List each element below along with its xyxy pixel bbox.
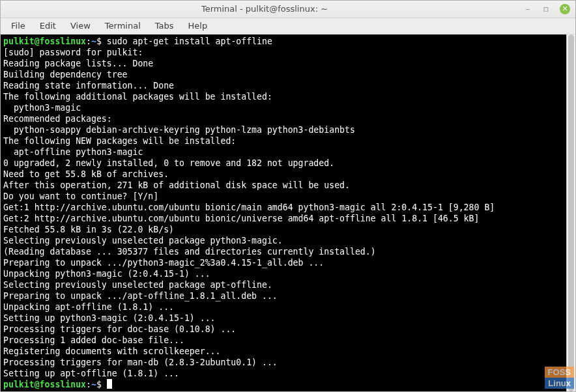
terminal-line: Reading package lists... Done <box>3 58 564 69</box>
terminal-line: Preparing to unpack .../apt-offline_1.8.… <box>3 290 564 301</box>
menu-help[interactable]: Help <box>182 19 214 33</box>
terminal-line: Preparing to unpack .../python3-magic_2%… <box>3 257 564 268</box>
terminal-line: Selecting previously unselected package … <box>3 235 564 246</box>
terminal-line: Fetched 55.8 kB in 3s (22.0 kB/s) <box>3 224 564 235</box>
terminal-line: python3-magic <box>3 102 564 113</box>
command-text: sudo apt-get install apt-offline <box>107 36 272 46</box>
terminal-line: Registering documents with scrollkeeper.… <box>3 346 564 357</box>
terminal-line: The following NEW packages will be insta… <box>3 135 564 147</box>
terminal-line: Unpacking apt-offline (1.8.1) ... <box>3 301 564 313</box>
prompt-path: ~ <box>91 36 96 46</box>
prompt-user-host: pulkit@fosslinux <box>3 380 86 389</box>
window-controls: – ▫ ✕ <box>523 4 570 14</box>
terminal-line: Recommended packages: <box>3 113 564 124</box>
terminal-line: Processing triggers for doc-base (0.10.8… <box>3 324 564 335</box>
terminal-line: Setting up apt-offline (1.8.1) ... <box>3 368 564 379</box>
window-frame: Terminal - pulkit@fosslinux: ~ – ▫ ✕ Fil… <box>0 0 576 392</box>
terminal-line: Do you want to continue? [Y/n] <box>3 191 564 202</box>
terminal-line: The following additional packages will b… <box>3 91 564 102</box>
menu-edit[interactable]: Edit <box>33 19 63 33</box>
terminal-line: Need to get 55.8 kB of archives. <box>3 169 564 180</box>
prompt-dollar: $ <box>96 380 107 389</box>
terminal-line: Setting up python3-magic (2:0.4.15-1) ..… <box>3 313 564 324</box>
terminal-line: 0 upgraded, 2 newly installed, 0 to remo… <box>3 158 564 169</box>
terminal-line: Unpacking python3-magic (2:0.4.15-1) ... <box>3 268 564 279</box>
close-button[interactable]: ✕ <box>560 4 570 14</box>
minimize-button[interactable]: – <box>523 5 532 14</box>
maximize-button[interactable]: ▫ <box>541 5 551 14</box>
prompt-user-host: pulkit@fosslinux <box>3 36 86 46</box>
terminal-line: Reading state information... Done <box>3 80 564 91</box>
menu-view[interactable]: View <box>64 19 97 33</box>
terminal-line: Processing 1 added doc-base file... <box>3 335 564 346</box>
prompt-dollar: $ <box>96 36 107 46</box>
cursor <box>107 379 112 389</box>
terminal-line: (Reading database ... 305377 files and d… <box>3 246 564 257</box>
prompt-colon: : <box>86 380 91 389</box>
prompt-colon: : <box>86 36 91 46</box>
terminal-line: pulkit@fosslinux:~$ <box>3 379 564 390</box>
terminal-output[interactable]: pulkit@fosslinux:~$ sudo apt-get install… <box>1 35 566 391</box>
scrollbar[interactable] <box>566 35 575 391</box>
menu-file[interactable]: File <box>5 19 32 33</box>
scrollbar-thumb[interactable] <box>568 35 574 391</box>
menu-tabs[interactable]: Tabs <box>149 19 180 33</box>
terminal-line: Processing triggers for man-db (2.8.3-2u… <box>3 357 564 368</box>
terminal-line: pulkit@fosslinux:~$ sudo apt-get install… <box>3 36 564 47</box>
terminal-area: pulkit@fosslinux:~$ sudo apt-get install… <box>1 35 575 391</box>
terminal-line: python-soappy debian-archive-keyring pyt… <box>3 124 564 135</box>
prompt-path: ~ <box>91 380 96 389</box>
terminal-line: After this operation, 271 kB of addition… <box>3 180 564 191</box>
terminal-line: Get:2 http://archive.ubuntu.com/ubuntu b… <box>3 213 564 224</box>
titlebar[interactable]: Terminal - pulkit@fosslinux: ~ – ▫ ✕ <box>1 1 575 18</box>
menubar: File Edit View Terminal Tabs Help <box>1 18 575 35</box>
terminal-line: Selecting previously unselected package … <box>3 279 564 290</box>
window-title: Terminal - pulkit@fosslinux: ~ <box>6 4 523 14</box>
menu-terminal[interactable]: Terminal <box>98 19 147 33</box>
terminal-line: Building dependency tree <box>3 69 564 80</box>
terminal-line: Get:1 http://archive.ubuntu.com/ubuntu b… <box>3 202 564 213</box>
terminal-line: apt-offline python3-magic <box>3 147 564 158</box>
terminal-line: [sudo] password for pulkit: <box>3 47 564 58</box>
